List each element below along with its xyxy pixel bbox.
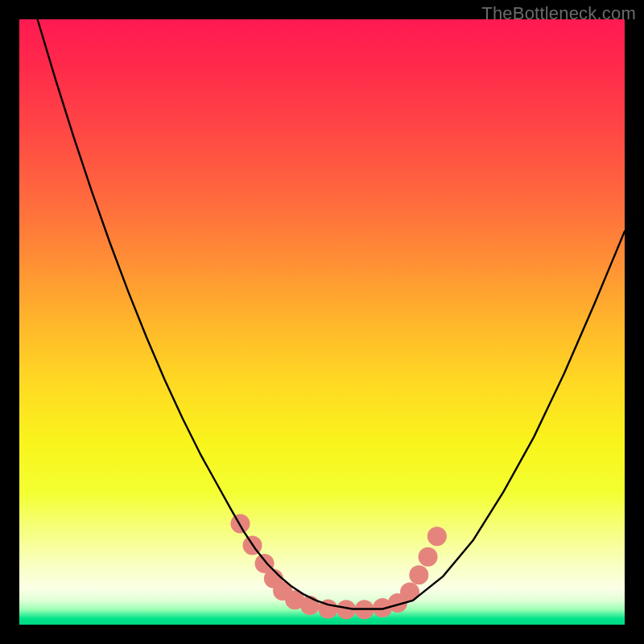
chart-svg bbox=[19, 19, 625, 625]
chart-marker bbox=[400, 582, 419, 601]
chart-marker bbox=[300, 596, 320, 615]
chart-marker bbox=[419, 547, 438, 567]
bottleneck-curve bbox=[38, 19, 625, 609]
chart-marker bbox=[427, 526, 447, 546]
chart-marker bbox=[409, 565, 428, 584]
chart-marker bbox=[230, 514, 250, 533]
chart-markers bbox=[230, 514, 446, 619]
chart-frame bbox=[19, 19, 625, 625]
